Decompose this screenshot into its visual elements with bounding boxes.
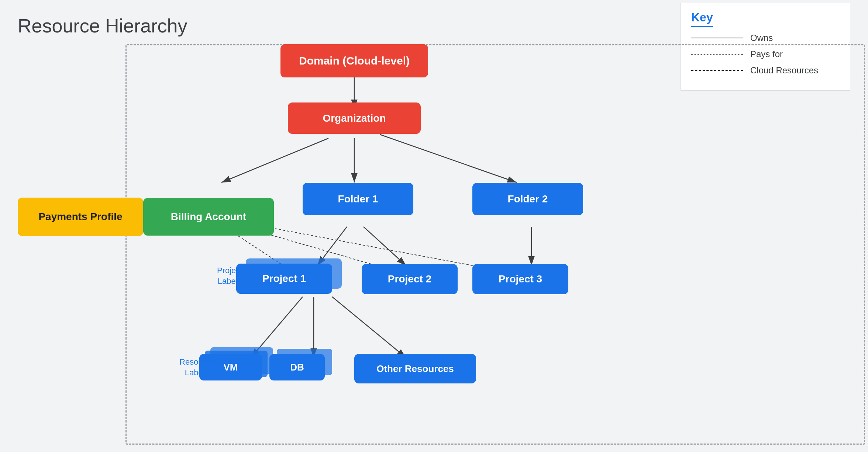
node-db: DB — [269, 354, 325, 380]
node-domain: Domain (Cloud-level) — [280, 44, 428, 77]
node-payments-profile: Payments Profile — [18, 198, 143, 236]
key-label-owns: Owns — [750, 33, 773, 43]
node-folder1: Folder 1 — [303, 183, 413, 215]
key-title: Key — [691, 11, 713, 27]
stack-db: DB — [269, 354, 325, 380]
stack-project1: Project 1 — [236, 264, 332, 294]
dashed-border-rect — [125, 44, 865, 445]
key-line-solid — [691, 38, 743, 38]
node-project2: Project 2 — [362, 264, 458, 294]
node-organization: Organization — [288, 102, 421, 134]
node-folder2: Folder 2 — [472, 183, 583, 215]
node-other-resources: Other Resources — [354, 354, 476, 383]
node-project3: Project 3 — [472, 264, 568, 294]
node-project1: Project 1 — [236, 264, 332, 294]
label-project-labels: ProjectLabels — [217, 265, 242, 286]
label-resource-labels: ResourceLabels — [179, 357, 214, 378]
key-item-owns: Owns — [691, 33, 840, 43]
node-billing-account: Billing Account — [143, 198, 274, 236]
page-title: Resource Hierarchy — [18, 15, 187, 37]
